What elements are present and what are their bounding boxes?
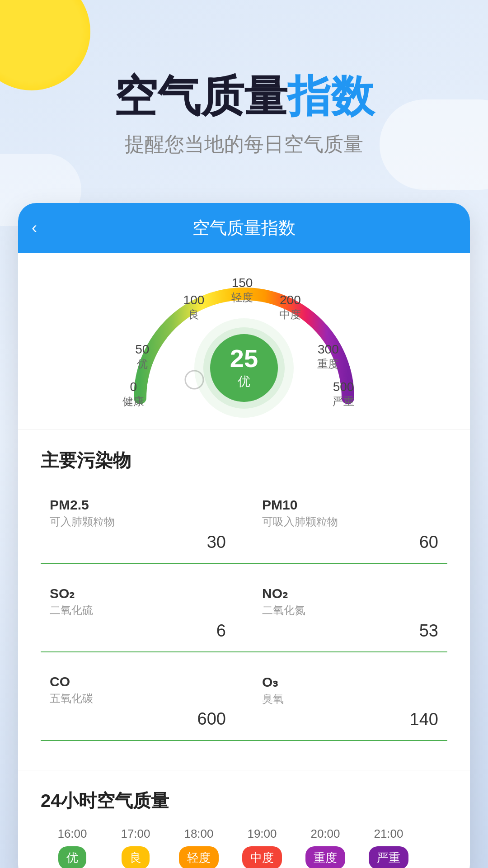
hour-badge-2000: 重度 <box>305 846 345 868</box>
hour-badge-2100: 严重 <box>369 846 408 868</box>
gauge-value-circle: 25 优 <box>210 334 278 402</box>
gauge-label-50: 50优 <box>135 342 149 371</box>
pollutants-title: 主要污染物 <box>41 448 447 473</box>
pollutant-no2-name: NO₂ <box>262 585 438 601</box>
hour-item-1800: 18:00 轻度 <box>167 827 230 868</box>
pollutant-pm25-value: 30 <box>207 533 226 552</box>
gauge-label-300: 300重度 <box>317 342 339 371</box>
pollutant-co-name: CO <box>50 674 226 689</box>
hour-badge-1700: 良 <box>122 846 150 868</box>
pollutant-o3: O₃ 臭氧 140 <box>244 663 447 741</box>
pollutant-pm25-name: PM2.5 <box>50 497 226 513</box>
pollutant-pm10: PM10 可吸入肺颗粒物 60 <box>244 486 447 564</box>
hour-time-1800: 18:00 <box>184 827 213 841</box>
hours-title: 24小时空气质量 <box>41 788 447 813</box>
aqi-value: 25 <box>230 346 258 371</box>
pollutant-so2-name: SO₂ <box>50 585 226 601</box>
gauge-wrapper: 0健康 50优 100良 150轻度 200中度 300重度 5 <box>117 276 371 420</box>
gauge-section: 0健康 50优 100良 150轻度 200中度 300重度 5 <box>18 253 470 429</box>
hero-section: 空气质量指数 提醒您当地的每日空气质量 <box>0 0 488 185</box>
hour-badge-1600: 优 <box>58 846 86 868</box>
hours-list[interactable]: 16:00 优 17:00 良 18:00 轻度 19:00 中度 20:00 … <box>41 827 447 868</box>
app-title: 空气质量指数 <box>36 72 452 120</box>
gauge-center: 25 优 <box>194 318 294 418</box>
pollutants-grid: PM2.5 可入肺颗粒物 30 PM10 可吸入肺颗粒物 60 SO₂ 二氧化硫 <box>41 486 447 752</box>
pollutant-pm10-desc: 可吸入肺颗粒物 <box>262 514 438 529</box>
pollutant-pm10-value: 60 <box>419 533 438 552</box>
main-card: ‹ 空气质量指数 <box>18 203 470 868</box>
gauge-label-200: 200中度 <box>279 293 301 322</box>
hour-time-1900: 19:00 <box>247 827 277 841</box>
hour-item-1900: 19:00 中度 <box>230 827 294 868</box>
pollutant-pm25-desc: 可入肺颗粒物 <box>50 514 226 529</box>
pollutant-o3-name: O₃ <box>262 674 438 690</box>
pollutant-no2: NO₂ 二氧化氮 53 <box>244 575 447 652</box>
pollutant-co-desc: 五氧化碳 <box>50 691 226 706</box>
title-black-part: 空气质量 <box>114 72 287 120</box>
hour-time-1700: 17:00 <box>121 827 150 841</box>
pollutant-pm10-name: PM10 <box>262 497 438 513</box>
pollutant-o3-desc: 臭氧 <box>262 692 438 706</box>
hour-item-2000: 20:00 重度 <box>294 827 357 868</box>
hour-time-2000: 20:00 <box>310 827 340 841</box>
card-header: ‹ 空气质量指数 <box>18 203 470 253</box>
hour-item-1700: 17:00 良 <box>104 827 167 868</box>
pollutant-so2-value: 6 <box>216 621 226 641</box>
hour-item-1600: 16:00 优 <box>41 827 104 868</box>
pollutant-pm25: PM2.5 可入肺颗粒物 30 <box>41 486 244 564</box>
hero-subtitle: 提醒您当地的每日空气质量 <box>36 131 452 158</box>
hour-badge-1800: 轻度 <box>179 846 219 868</box>
pollutant-co: CO 五氧化碳 600 <box>41 663 244 741</box>
gauge-label-500: 500严重 <box>333 380 354 409</box>
pollutants-section: 主要污染物 PM2.5 可入肺颗粒物 30 PM10 可吸入肺颗粒物 60 SO <box>18 429 470 770</box>
hour-time-2100: 21:00 <box>374 827 403 841</box>
hours-section: 24小时空气质量 16:00 优 17:00 良 18:00 轻度 19:00 … <box>18 770 470 868</box>
title-blue-part: 指数 <box>287 72 374 120</box>
hour-badge-1900: 中度 <box>242 846 282 868</box>
gauge-ripple-mid: 25 优 <box>203 327 285 409</box>
gauge-label-150: 150轻度 <box>231 276 253 305</box>
gauge-ripple-outer: 25 优 <box>194 318 294 418</box>
aqi-status: 优 <box>238 373 250 390</box>
hour-time-1600: 16:00 <box>57 827 87 841</box>
gauge-label-0: 0健康 <box>122 380 144 409</box>
hour-item-2100: 21:00 严重 <box>357 827 420 868</box>
card-title: 空气质量指数 <box>192 217 296 240</box>
pollutant-no2-desc: 二氧化氮 <box>262 603 438 618</box>
pollutant-no2-value: 53 <box>419 621 438 641</box>
back-button[interactable]: ‹ <box>32 218 37 237</box>
pollutant-co-value: 600 <box>197 709 226 729</box>
pollutant-so2: SO₂ 二氧化硫 6 <box>41 575 244 652</box>
pollutant-so2-desc: 二氧化硫 <box>50 603 226 618</box>
gauge-label-100: 100良 <box>183 293 205 322</box>
pollutant-o3-value: 140 <box>410 710 438 729</box>
